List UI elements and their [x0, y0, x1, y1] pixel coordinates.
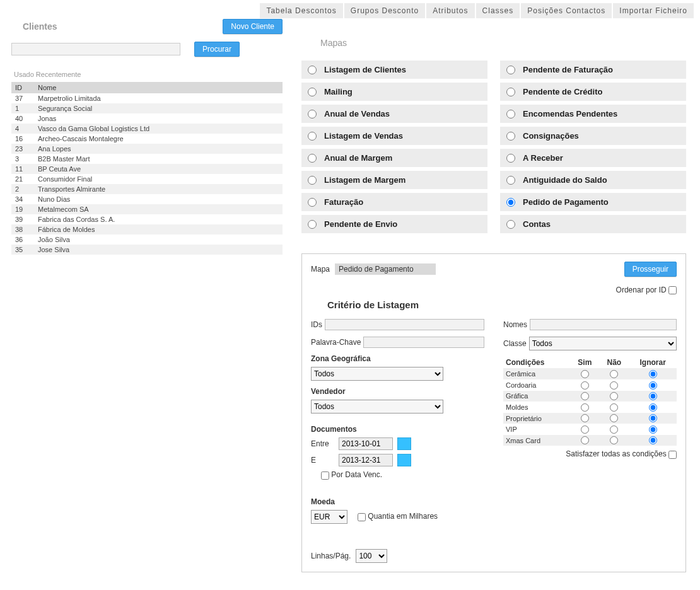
mapas-radio[interactable]	[308, 88, 317, 96]
mapas-radio[interactable]	[506, 154, 515, 163]
table-row[interactable]: 16Archeo-Cascais Montalegre	[11, 134, 283, 144]
mapas-option[interactable]: Faturação	[301, 193, 487, 211]
table-row[interactable]: 35Jose Silva	[11, 245, 283, 255]
lines-per-page-select[interactable]: 100	[356, 549, 387, 563]
mapas-option-label: Encomendas Pendentes	[523, 109, 617, 119]
by-due-date-checkbox[interactable]	[321, 471, 329, 480]
mapas-option[interactable]: Listagem de Margem	[301, 171, 487, 189]
table-row[interactable]: 21Consumidor Final	[11, 174, 283, 184]
condition-yes-radio[interactable]	[581, 425, 589, 434]
mapas-radio[interactable]	[506, 220, 515, 229]
condition-ignore-radio[interactable]	[649, 392, 657, 400]
table-row[interactable]: 4Vasco da Gama Global Logistics Ltd	[11, 124, 283, 134]
table-row[interactable]: 2Transportes Almirante	[11, 184, 283, 194]
mapas-option[interactable]: Consignações	[500, 127, 686, 145]
condition-no-radio[interactable]	[610, 425, 618, 434]
mapas-option[interactable]: Listagem de Clientes	[301, 61, 487, 79]
table-row[interactable]: 38Fábrica de Moldes	[11, 224, 283, 234]
names-input[interactable]	[530, 319, 677, 330]
col-name-header: Nome	[34, 82, 283, 93]
condition-ignore-radio[interactable]	[649, 414, 657, 422]
search-input[interactable]	[11, 43, 180, 55]
condition-ignore-radio[interactable]	[649, 381, 657, 390]
condition-yes-radio[interactable]	[581, 370, 589, 378]
keyword-input[interactable]	[363, 337, 484, 348]
mapas-option[interactable]: Listagem de Vendas	[301, 127, 487, 145]
table-row[interactable]: 40Jonas	[11, 113, 283, 124]
thousands-checkbox[interactable]	[358, 513, 366, 521]
table-row[interactable]: 23Ana Lopes	[11, 144, 283, 154]
mapas-option[interactable]: A Receber	[500, 149, 686, 167]
mapas-radio[interactable]	[308, 220, 317, 229]
condition-no-radio[interactable]	[610, 392, 618, 400]
tab-posicoes-contactos[interactable]: Posições Contactos	[521, 3, 612, 18]
new-client-button[interactable]: Novo Cliente	[223, 19, 283, 34]
mapas-option[interactable]: Mailing	[301, 83, 487, 101]
class-select[interactable]: Todos	[529, 337, 677, 350]
condition-yes-radio[interactable]	[581, 381, 589, 390]
condition-yes-radio[interactable]	[581, 392, 589, 400]
condition-no-radio[interactable]	[610, 414, 618, 422]
mapas-radio[interactable]	[308, 110, 317, 119]
condition-ignore-radio[interactable]	[649, 425, 657, 434]
table-row[interactable]: 36João Silva	[11, 234, 283, 245]
date-from-picker-icon[interactable]	[397, 437, 411, 450]
tab-tabela-descontos[interactable]: Tabela Descontos	[260, 3, 342, 18]
search-button[interactable]: Procurar	[194, 42, 240, 57]
mapas-radio[interactable]	[506, 198, 515, 207]
zone-select[interactable]: Todos	[311, 367, 443, 381]
condition-ignore-radio[interactable]	[649, 370, 657, 378]
condition-no-radio[interactable]	[610, 436, 618, 444]
condition-no-radio[interactable]	[610, 381, 618, 390]
mapas-radio[interactable]	[506, 88, 515, 96]
currency-select[interactable]: EUR	[311, 510, 347, 524]
tab-importar-ficheiro[interactable]: Importar Ficheiro	[613, 3, 694, 18]
date-from-input[interactable]	[339, 437, 393, 450]
tab-grupos-desconto[interactable]: Grupos Desconto	[344, 3, 425, 18]
mapas-option[interactable]: Pendente de Faturação	[500, 61, 686, 79]
mapas-option[interactable]: Anual de Margem	[301, 149, 487, 167]
ids-input[interactable]	[325, 319, 484, 330]
date-to-input[interactable]	[339, 454, 393, 466]
mapas-radio[interactable]	[308, 176, 317, 185]
mapas-option[interactable]: Anual de Vendas	[301, 105, 487, 123]
satisfy-all-checkbox[interactable]	[668, 451, 677, 459]
condition-no-radio[interactable]	[610, 370, 618, 378]
row-name: Transportes Almirante	[34, 184, 283, 194]
mapa-value: Pedido de Pagamento	[335, 263, 436, 275]
table-row[interactable]: 19Metalmecom SA	[11, 204, 283, 214]
tab-classes[interactable]: Classes	[476, 3, 520, 18]
mapas-option[interactable]: Antiguidade do Saldo	[500, 171, 686, 189]
condition-no-radio[interactable]	[610, 403, 618, 412]
mapas-radio[interactable]	[506, 110, 515, 119]
mapas-radio[interactable]	[506, 176, 515, 185]
mapas-radio[interactable]	[308, 154, 317, 163]
date-to-picker-icon[interactable]	[397, 454, 411, 466]
condition-ignore-radio[interactable]	[649, 436, 657, 444]
mapas-radio[interactable]	[308, 198, 317, 207]
table-row[interactable]: 39Fabrica das Cordas S. A.	[11, 214, 283, 224]
mapas-radio[interactable]	[506, 132, 515, 141]
table-row[interactable]: 11BP Ceuta Ave	[11, 164, 283, 174]
mapas-option[interactable]: Pendente de Crédito	[500, 83, 686, 101]
mapas-option[interactable]: Encomendas Pendentes	[500, 105, 686, 123]
condition-yes-radio[interactable]	[581, 436, 589, 444]
tab-atributos[interactable]: Atributos	[426, 3, 474, 18]
order-by-id-checkbox[interactable]	[668, 286, 677, 294]
proceed-button[interactable]: Prosseguir	[624, 262, 677, 277]
mapas-radio[interactable]	[506, 66, 515, 74]
mapas-radio[interactable]	[308, 132, 317, 141]
table-row[interactable]: 34Nuno Dias	[11, 194, 283, 204]
mapas-option[interactable]: Pendente de Envio	[301, 215, 487, 233]
condition-yes-radio[interactable]	[581, 414, 589, 422]
table-row[interactable]: 1Segurança Social	[11, 103, 283, 113]
mapas-option[interactable]: Pedido de Pagamento	[500, 193, 686, 211]
mapas-option[interactable]: Contas	[500, 215, 686, 233]
table-row[interactable]: 37Marpetrolio Limitada	[11, 93, 283, 103]
condition-name: VIP	[503, 424, 570, 435]
condition-ignore-radio[interactable]	[649, 403, 657, 412]
condition-yes-radio[interactable]	[581, 403, 589, 412]
table-row[interactable]: 3B2B Master Mart	[11, 154, 283, 164]
seller-select[interactable]: Todos	[311, 400, 443, 414]
mapas-radio[interactable]	[308, 66, 317, 74]
